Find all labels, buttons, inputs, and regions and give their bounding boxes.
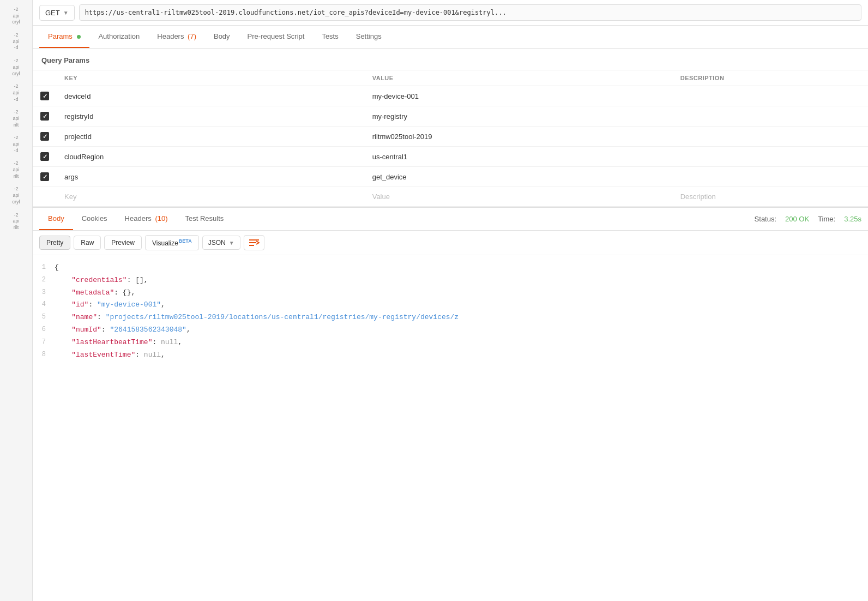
row-checkbox-cell: ✓ (33, 86, 57, 106)
param-value-cloudregion[interactable]: us-central1 (365, 147, 673, 167)
json-format-select[interactable]: JSON ▼ (202, 236, 240, 250)
row-checkbox-empty (33, 187, 57, 207)
checkbox-deviceid[interactable]: ✓ (40, 92, 49, 100)
json-content: "id": "my-device-001", (55, 299, 868, 311)
tab-response-test-results[interactable]: Test Results (177, 208, 233, 230)
line-number: 3 (33, 287, 55, 299)
param-key-projectid[interactable]: projectId (57, 127, 365, 147)
checkmark-icon: ✓ (43, 113, 47, 119)
sidebar-item-8[interactable]: -2apicryl (2, 184, 30, 207)
tab-body[interactable]: Body (205, 26, 239, 48)
json-line-4: 4 "id": "my-device-001", (33, 299, 868, 311)
status-label: Status: (755, 215, 776, 223)
param-key-args[interactable]: args (57, 167, 365, 187)
wrap-icon (249, 238, 260, 247)
checkmark-icon: ✓ (43, 154, 47, 160)
method-select[interactable]: GET ▼ (39, 5, 75, 21)
table-row: ✓ args get_device (33, 167, 868, 187)
tab-tests[interactable]: Tests (313, 26, 347, 48)
col-header-key: KEY (57, 70, 365, 86)
response-area: Body Cookies Headers (10) Test Results S… (33, 207, 868, 601)
url-input[interactable] (79, 4, 861, 21)
content-area: Query Params KEY VALUE DESCRIPTION (33, 49, 868, 601)
request-tabs: Params Authorization Headers (7) Body Pr… (33, 26, 868, 48)
json-line-5: 5 "name": "projects/riltmw025tool-2019/l… (33, 311, 868, 324)
param-desc-empty[interactable]: Description (673, 187, 868, 207)
line-number: 4 (33, 299, 55, 311)
col-header-checkbox (33, 70, 57, 86)
param-key-deviceid[interactable]: deviceId (57, 86, 365, 106)
tab-params[interactable]: Params (39, 26, 89, 48)
tab-response-headers[interactable]: Headers (10) (116, 208, 177, 230)
param-value-args[interactable]: get_device (365, 167, 673, 187)
time-value: 3.25s (844, 215, 861, 223)
tab-pre-request[interactable]: Pre-request Script (239, 26, 314, 48)
param-desc-args[interactable] (673, 167, 868, 187)
method-label: GET (45, 9, 60, 17)
json-line-3: 3 "metadata": {}, (33, 287, 868, 299)
json-content: "numId": "2641583562343048", (55, 324, 868, 336)
json-response-body: 1 { 2 "credentials": [], 3 "metadata": {… (33, 255, 868, 601)
sidebar-item-4[interactable]: -2api-d (2, 81, 30, 105)
wrap-button[interactable] (244, 235, 264, 250)
tab-headers[interactable]: Headers (7) (148, 26, 205, 48)
tab-response-cookies[interactable]: Cookies (73, 208, 116, 230)
tab-authorization[interactable]: Authorization (89, 26, 148, 48)
sidebar: -2apicryl -2api-d -2apicryl -2api-d -2ap… (0, 0, 33, 601)
json-line-1: 1 { (33, 262, 868, 274)
json-content: "credentials": [], (55, 275, 868, 286)
sidebar-item-6[interactable]: -2api-d (2, 133, 30, 156)
checkbox-projectid[interactable]: ✓ (40, 132, 49, 141)
param-value-deviceid[interactable]: my-device-001 (365, 86, 673, 106)
format-visualize-button[interactable]: VisualizeBETA (145, 235, 199, 250)
param-key-registryid[interactable]: registryId (57, 106, 365, 127)
col-header-value: VALUE (365, 70, 673, 86)
format-raw-button[interactable]: Raw (74, 236, 101, 250)
sidebar-item-3[interactable]: -2apicryl (2, 56, 30, 79)
sidebar-item-1[interactable]: -2apicryl (2, 4, 30, 28)
json-content: { (55, 262, 868, 274)
tab-settings[interactable]: Settings (347, 26, 390, 48)
param-desc-deviceid[interactable] (673, 86, 868, 106)
line-number: 7 (33, 337, 55, 348)
checkbox-args[interactable]: ✓ (40, 172, 49, 181)
json-content: "lastEventTime": null, (55, 350, 868, 361)
row-checkbox-cell: ✓ (33, 167, 57, 187)
checkbox-registryid[interactable]: ✓ (40, 112, 49, 121)
param-desc-cloudregion[interactable] (673, 147, 868, 167)
status-info: Status: 200 OK Time: 3.25s (755, 215, 861, 223)
json-line-8: 8 "lastEventTime": null, (33, 349, 868, 362)
chevron-down-icon: ▼ (229, 240, 234, 246)
param-key-cloudregion[interactable]: cloudRegion (57, 147, 365, 167)
sidebar-item-7[interactable]: -2apirilt (2, 158, 30, 182)
line-number: 6 (33, 324, 55, 336)
json-content: "lastHeartbeatTime": null, (55, 337, 868, 348)
params-area: Query Params KEY VALUE DESCRIPTION (33, 49, 868, 207)
sidebar-item-2[interactable]: -2api-d (2, 30, 30, 53)
param-desc-projectid[interactable] (673, 127, 868, 147)
headers-badge: (7) (188, 32, 196, 40)
format-pretty-button[interactable]: Pretty (39, 236, 70, 250)
tab-response-body[interactable]: Body (39, 208, 73, 230)
json-content: "name": "projects/riltmw025tool-2019/loc… (55, 312, 868, 323)
checkbox-cloudregion[interactable]: ✓ (40, 152, 49, 161)
checkmark-icon: ✓ (43, 174, 47, 180)
json-line-7: 7 "lastHeartbeatTime": null, (33, 336, 868, 349)
param-desc-registryid[interactable] (673, 106, 868, 127)
sidebar-item-5[interactable]: -2apirilt (2, 107, 30, 130)
param-key-empty[interactable]: Key (57, 187, 365, 207)
json-content: "metadata": {}, (55, 287, 868, 299)
query-params-title: Query Params (33, 49, 868, 70)
line-number: 5 (33, 312, 55, 323)
time-label: Time: (818, 215, 835, 223)
param-value-projectid[interactable]: riltmw025tool-2019 (365, 127, 673, 147)
response-toolbar: Pretty Raw Preview VisualizeBETA JSON ▼ (33, 231, 868, 255)
sidebar-item-9[interactable]: -2apirilt (2, 210, 30, 233)
table-row: ✓ projectId riltmw025tool-2019 (33, 127, 868, 147)
table-row: ✓ cloudRegion us-central1 (33, 147, 868, 167)
chevron-down-icon: ▼ (63, 10, 69, 16)
param-value-registryid[interactable]: my-registry (365, 106, 673, 127)
json-line-2: 2 "credentials": [], (33, 274, 868, 287)
param-value-empty[interactable]: Value (365, 187, 673, 207)
format-preview-button[interactable]: Preview (104, 236, 142, 250)
